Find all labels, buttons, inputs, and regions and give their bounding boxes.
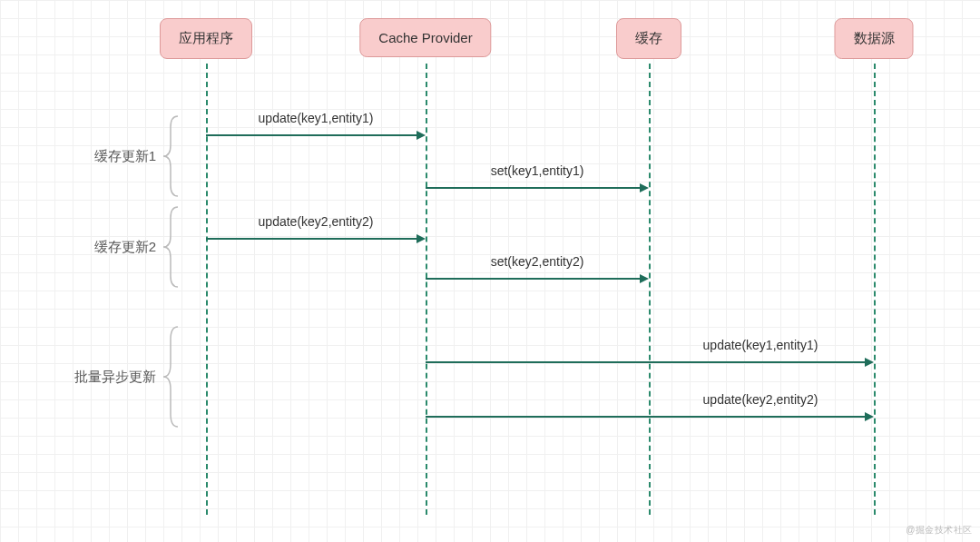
message-arrow-batch-update-key1 [426, 361, 872, 363]
watermark: @掘金技术社区 [906, 524, 973, 537]
brace-1 [163, 116, 180, 199]
lifeline-cache [649, 64, 651, 515]
background-grid [0, 0, 980, 542]
message-label-update-key2: update(key2,entity2) [259, 214, 374, 229]
lifeline-datasource [874, 64, 876, 515]
message-arrow-set-key2 [426, 278, 647, 280]
brace-label-2: 缓存更新2 [94, 239, 156, 256]
lifeline-cache-provider [426, 64, 427, 515]
brace-label-1: 缓存更新1 [94, 148, 156, 165]
brace-2 [163, 207, 180, 290]
participant-datasource: 数据源 [835, 18, 914, 59]
message-label-batch-update-key1: update(key1,entity1) [703, 338, 818, 352]
message-label-batch-update-key2: update(key2,entity2) [703, 392, 818, 407]
message-label-update-key1: update(key1,entity1) [259, 111, 374, 125]
participant-cache: 缓存 [616, 18, 681, 59]
message-arrow-update-key2 [206, 238, 424, 240]
message-label-set-key1: set(key1,entity1) [491, 163, 584, 178]
brace-label-3: 批量异步更新 [74, 369, 156, 386]
brace-3 [163, 327, 180, 429]
message-arrow-batch-update-key2 [426, 416, 872, 418]
participant-app: 应用程序 [160, 18, 252, 59]
lifeline-app [206, 64, 208, 515]
message-arrow-update-key1 [206, 134, 424, 136]
message-arrow-set-key1 [426, 187, 647, 189]
message-label-set-key2: set(key2,entity2) [491, 254, 584, 269]
participant-cache-provider: Cache Provider [359, 18, 491, 57]
